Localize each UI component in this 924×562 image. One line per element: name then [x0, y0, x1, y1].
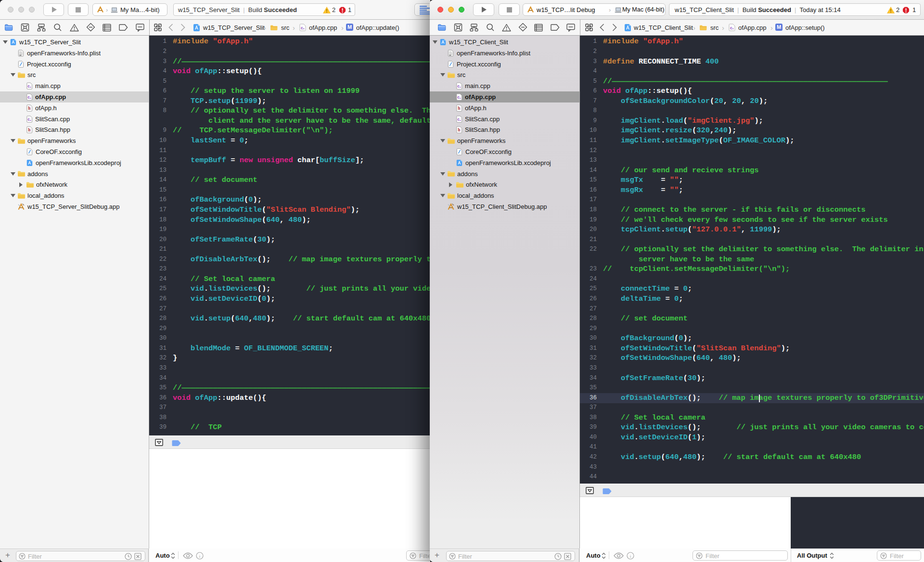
svg-text:h: h	[28, 106, 31, 111]
svg-text:h: h	[458, 106, 461, 111]
svg-text:i: i	[630, 554, 631, 559]
svg-text:c: c	[730, 26, 732, 30]
svg-text:c: c	[457, 84, 460, 89]
svg-text:c: c	[27, 84, 30, 89]
svg-text:c: c	[457, 117, 460, 122]
svg-text:c: c	[301, 26, 303, 30]
svg-text:c: c	[27, 117, 30, 122]
svg-text:c: c	[27, 95, 30, 100]
svg-text:i: i	[199, 554, 201, 559]
svg-text:c: c	[457, 95, 460, 100]
svg-text:h: h	[458, 128, 461, 133]
svg-text:h: h	[28, 128, 31, 133]
